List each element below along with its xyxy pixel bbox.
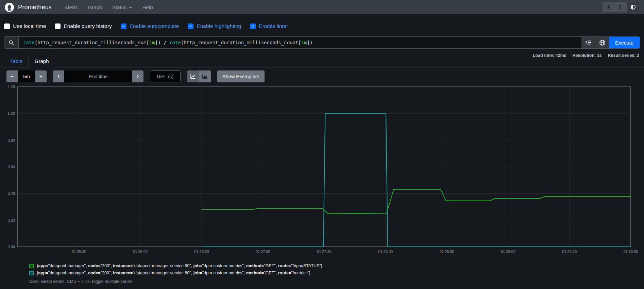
x-tick-label: 01:26:30 bbox=[194, 250, 209, 254]
y-tick-label: 0.80 bbox=[8, 138, 15, 142]
query-token: ]) bbox=[307, 40, 313, 45]
option-label: Enable linter bbox=[259, 23, 288, 29]
option-enable-linter[interactable]: ✓Enable linter bbox=[250, 23, 288, 29]
query-token: 1m bbox=[149, 40, 155, 45]
legend-swatch-icon bbox=[29, 271, 34, 275]
resolution-input[interactable] bbox=[150, 70, 181, 82]
prometheus-brand[interactable]: Prometheus bbox=[5, 3, 52, 12]
tab-graph[interactable]: Graph bbox=[29, 55, 55, 67]
query-token: rate bbox=[23, 40, 35, 45]
query-token: [ bbox=[146, 40, 149, 45]
series-line-1[interactable] bbox=[202, 113, 631, 247]
query-token: ]) bbox=[155, 40, 161, 45]
time-back-button[interactable]: ‹ bbox=[53, 70, 64, 82]
y-tick-label: 1.00 bbox=[8, 111, 15, 115]
y-tick-label: 0.60 bbox=[8, 165, 15, 169]
checkbox-unchecked-icon[interactable] bbox=[4, 23, 10, 29]
query-token: [ bbox=[298, 40, 301, 45]
option-label: Enable autocomplete bbox=[130, 23, 179, 29]
query-tree-view-button[interactable] bbox=[581, 37, 595, 48]
query-token: ( bbox=[181, 40, 184, 45]
x-tick-label: 01:30:00 bbox=[624, 250, 638, 254]
chart-legend: {app="datapool-manager", code="200", ins… bbox=[29, 263, 322, 275]
x-tick-label: 01:26:00 bbox=[133, 250, 148, 254]
nav-link-status[interactable]: Status bbox=[112, 4, 132, 10]
nav-link-alerts[interactable]: Alerts bbox=[65, 4, 78, 10]
line-chart-icon bbox=[190, 74, 196, 79]
metrics-explorer-button[interactable] bbox=[595, 37, 609, 48]
legend-series-label: {app="datapool-manager", code="200", ins… bbox=[37, 263, 322, 268]
x-tick-label: 01:25:30 bbox=[72, 250, 86, 254]
legend-help-note: Click: select series, CMD + click: toggl… bbox=[29, 279, 132, 284]
search-icon[interactable] bbox=[4, 37, 19, 48]
panel-tabs: TableGraph bbox=[0, 54, 644, 67]
legend-series-label: {app="datapool-manager", code="200", ins… bbox=[37, 271, 310, 275]
chart-canvas[interactable]: 0.000.200.400.600.801.001.2001:25:3001:2… bbox=[0, 84, 644, 255]
options-row: Use local timeEnable query history✓Enabl… bbox=[4, 22, 288, 31]
x-tick-label: 01:29:00 bbox=[501, 250, 515, 254]
x-tick-label: 01:28:00 bbox=[378, 250, 393, 254]
checkbox-checked-icon[interactable]: ✓ bbox=[121, 23, 126, 29]
sun-icon bbox=[606, 4, 611, 10]
x-tick-label: 01:27:30 bbox=[317, 250, 332, 254]
checkbox-checked-icon[interactable]: ✓ bbox=[250, 23, 256, 29]
time-forward-button[interactable]: › bbox=[132, 70, 143, 82]
line-chart-button[interactable] bbox=[187, 70, 199, 82]
nav-links: AlertsGraphStatusHelp bbox=[65, 4, 153, 10]
globe-icon bbox=[599, 39, 606, 46]
y-tick-label: 0.00 bbox=[8, 245, 15, 249]
half-circle-icon bbox=[630, 4, 636, 10]
theme-toggle-group bbox=[603, 2, 639, 12]
series-line-0[interactable] bbox=[202, 190, 631, 214]
query-expression-input[interactable]: rate(http_request_duration_milliseconds_… bbox=[19, 37, 581, 48]
range-control: − + bbox=[6, 70, 47, 82]
app-title: Prometheus bbox=[18, 4, 52, 11]
legend-swatch-icon bbox=[29, 264, 34, 268]
end-time-input[interactable] bbox=[64, 70, 132, 82]
range-input[interactable] bbox=[18, 70, 35, 82]
execute-button[interactable]: Execute bbox=[609, 37, 640, 48]
x-tick-label: 01:27:00 bbox=[256, 250, 270, 254]
show-exemplars-button[interactable]: Show Exemplars bbox=[217, 70, 265, 82]
y-tick-label: 0.40 bbox=[8, 191, 15, 195]
navbar: Prometheus AlertsGraphStatusHelp bbox=[0, 0, 644, 14]
option-use-local-time[interactable]: Use local time bbox=[4, 23, 46, 29]
option-enable-query-history[interactable]: Enable query history bbox=[55, 23, 112, 29]
time-series-chart[interactable]: 0.000.200.400.600.801.001.2001:25:3001:2… bbox=[0, 84, 644, 255]
legend-item-0[interactable]: {app="datapool-manager", code="200", ins… bbox=[29, 263, 322, 268]
theme-auto-button[interactable] bbox=[627, 2, 639, 12]
query-token: rate bbox=[169, 40, 181, 45]
option-enable-highlighting[interactable]: ✓Enable highlighting bbox=[188, 23, 241, 29]
option-label: Enable highlighting bbox=[197, 23, 241, 29]
range-decrease-button[interactable]: − bbox=[6, 70, 18, 82]
query-token: ( bbox=[35, 40, 37, 45]
theme-dark-button[interactable] bbox=[615, 2, 627, 12]
range-increase-button[interactable]: + bbox=[35, 70, 47, 82]
nav-link-help[interactable]: Help bbox=[142, 4, 153, 10]
nav-link-graph[interactable]: Graph bbox=[88, 4, 102, 10]
query-token: http_request_duration_milliseconds_sum bbox=[37, 40, 146, 45]
stacked-chart-icon bbox=[202, 74, 208, 79]
checkbox-unchecked-icon[interactable] bbox=[55, 23, 61, 29]
query-token: 1m bbox=[301, 40, 307, 45]
x-tick-label: 01:28:30 bbox=[440, 250, 454, 254]
checkbox-checked-icon[interactable]: ✓ bbox=[188, 23, 193, 29]
moon-icon bbox=[618, 4, 624, 10]
query-token: http_request_duration_milliseconds_count bbox=[184, 40, 298, 45]
query-token: / bbox=[161, 40, 169, 45]
stacked-chart-button[interactable] bbox=[199, 70, 211, 82]
option-label: Enable query history bbox=[64, 23, 112, 29]
legend-item-1[interactable]: {app="datapool-manager", code="200", ins… bbox=[29, 271, 322, 275]
y-tick-label: 1.20 bbox=[8, 85, 15, 89]
option-enable-autocomplete[interactable]: ✓Enable autocomplete bbox=[121, 23, 179, 29]
query-bar: rate(http_request_duration_milliseconds_… bbox=[4, 36, 640, 49]
option-label: Use local time bbox=[13, 23, 46, 29]
graph-controls: − + ‹ › Show Exemplars bbox=[6, 70, 265, 82]
chart-type-toggle bbox=[187, 70, 211, 82]
tab-table[interactable]: Table bbox=[4, 55, 29, 67]
y-tick-label: 0.20 bbox=[8, 218, 15, 222]
prometheus-logo-icon bbox=[5, 3, 14, 12]
theme-light-button[interactable] bbox=[603, 2, 615, 12]
end-time-control: ‹ › bbox=[53, 70, 143, 82]
tree-view-icon bbox=[585, 39, 591, 46]
